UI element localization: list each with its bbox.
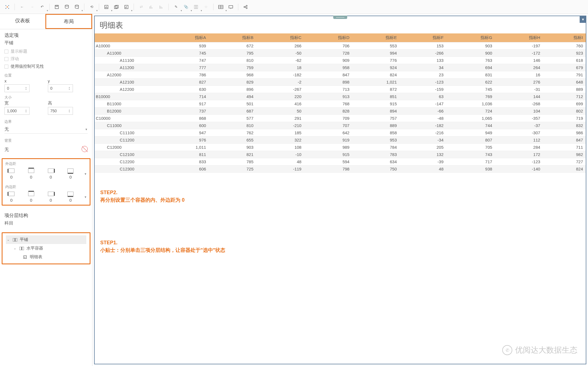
col-header[interactable]: 指标E	[352, 33, 400, 42]
w-input[interactable]: 1,000▲▼	[4, 107, 30, 115]
table-row[interactable]: C11200976655322919953-34807112847	[95, 136, 586, 144]
drag-handle[interactable]	[333, 16, 347, 19]
cell: 322	[256, 136, 304, 144]
tab-dashboard[interactable]: 仪表板	[0, 14, 45, 29]
col-header[interactable]: 指标I	[543, 33, 586, 42]
table-row[interactable]: A12200630896-267713872-159745-31889	[95, 86, 586, 93]
table-row[interactable]: A112007777591895892434694264679	[95, 64, 586, 71]
tree-item-detail[interactable]: a 明细表	[6, 253, 86, 261]
detail-sheet[interactable]: ▼ 明细表 指标A指标B指标C指标D指标E指标F指标G指标H指标I A10000…	[94, 16, 586, 364]
cell: 811	[161, 151, 209, 158]
col-header[interactable]	[95, 33, 161, 42]
cell: 630	[161, 86, 209, 93]
bg-none-icon[interactable]	[82, 146, 88, 152]
table-row[interactable]: C11000600810-210707889-182744-37832	[95, 122, 586, 129]
pin-icon[interactable]: ☆	[202, 3, 210, 11]
table-row[interactable]: B1200073768750828894-66724104802	[95, 108, 586, 115]
outer-margin-left[interactable]: 0	[5, 169, 18, 179]
inner-margin-right[interactable]: 0	[45, 192, 57, 202]
chk-visibility[interactable]: 使用值控制可见性	[4, 63, 88, 70]
outer-margin-top[interactable]: 0	[25, 169, 37, 179]
border-dropdown[interactable]: 无▼	[4, 125, 88, 134]
table-row[interactable]: A10000939672266706553153903-197760	[95, 42, 586, 50]
row-label: A11200	[95, 64, 161, 71]
table-row[interactable]: B11000917501416768915-1471,036-268699	[95, 100, 586, 108]
tree-item-hcontainer[interactable]: ⌄ 水平容器	[6, 244, 86, 253]
outer-margin-right[interactable]: 0	[45, 169, 57, 179]
inner-margin-dropdown[interactable]: ▼	[84, 196, 87, 199]
cell: -266	[400, 50, 446, 57]
duplicate-icon[interactable]	[112, 3, 121, 11]
group-icon[interactable]	[192, 3, 200, 11]
h-input[interactable]: 750▲▼	[48, 107, 73, 115]
col-header[interactable]: 指标G	[446, 33, 495, 42]
save-icon[interactable]	[52, 3, 61, 11]
new-worksheet-icon[interactable]	[102, 3, 111, 11]
tab-layout[interactable]: 布局	[45, 14, 92, 29]
outer-margin-bottom[interactable]: 0	[64, 169, 77, 179]
chk-float[interactable]: 浮动	[4, 55, 88, 63]
cell: 759	[209, 64, 256, 71]
undo-icon[interactable]: ↶	[38, 3, 46, 11]
table-row[interactable]: C12100811821-10915783132743172982	[95, 151, 586, 158]
table-row[interactable]: A12100827829-28981,021-123622276648	[95, 79, 586, 86]
share-icon[interactable]	[241, 3, 250, 11]
svg-rect-37	[13, 238, 15, 241]
svg-line-36	[245, 7, 246, 8]
forward-icon[interactable]: →	[28, 3, 36, 11]
col-header[interactable]: 指标D	[304, 33, 352, 42]
cell: 220	[256, 93, 304, 100]
show-labels-icon[interactable]	[216, 3, 225, 11]
back-icon[interactable]: ←	[18, 3, 26, 11]
cell: -48	[400, 115, 446, 122]
cell: 968	[209, 71, 256, 79]
col-header[interactable]: 指标F	[400, 33, 446, 42]
table-row[interactable]: B1000071449422091385163769144712	[95, 93, 586, 100]
outer-margin-dropdown[interactable]: ▼	[84, 172, 87, 175]
swap-icon[interactable]: ⇄	[137, 3, 146, 11]
clear-icon[interactable]	[122, 3, 131, 11]
inner-margin-bottom[interactable]: 0	[64, 192, 77, 202]
attach-icon[interactable]: 📎	[182, 3, 190, 11]
highlight-icon[interactable]: ✎	[171, 3, 180, 11]
cell: 831	[446, 71, 495, 79]
cell: 763	[446, 57, 495, 64]
inner-margin-top[interactable]: 0	[25, 192, 37, 202]
table-row[interactable]: A11100747810-62909776133763146618	[95, 57, 586, 64]
cell: 917	[161, 100, 209, 108]
cell: 600	[161, 122, 209, 129]
chk-show-title[interactable]: 显示标题	[4, 48, 88, 55]
bg-dropdown[interactable]: 无	[4, 145, 9, 154]
sheet-menu-caret[interactable]: ▼	[580, 16, 586, 23]
refresh-data-icon[interactable]: +	[72, 3, 81, 11]
y-input[interactable]: 0▲▼	[48, 84, 73, 92]
position-label: 位置	[4, 73, 88, 78]
new-datasource-icon[interactable]	[62, 3, 71, 11]
table-row[interactable]: C10000868577291709757-481,065-357719	[95, 115, 586, 122]
table-row[interactable]: C1220083378548594634-39717-123727	[95, 158, 586, 165]
col-header[interactable]: 指标A	[161, 33, 209, 42]
cell: 276	[495, 79, 543, 86]
cell: -307	[495, 129, 543, 136]
sort-asc-icon[interactable]	[147, 3, 156, 11]
table-row[interactable]: C120001,011903108989784205705284711	[95, 144, 586, 151]
cell: 284	[495, 144, 543, 151]
svg-rect-26	[196, 5, 198, 9]
auto-update-icon[interactable]: ⟲	[87, 3, 96, 11]
col-header[interactable]: 指标B	[209, 33, 256, 42]
col-header[interactable]: 指标C	[256, 33, 304, 42]
x-input[interactable]: 0▲▼	[4, 84, 30, 92]
cell: 1,065	[446, 115, 495, 122]
svg-rect-30	[229, 6, 233, 8]
tree-item-tile[interactable]: ⌄ 平铺	[6, 235, 86, 244]
col-header[interactable]: 指标H	[495, 33, 543, 42]
inner-margin-left[interactable]: 0	[5, 192, 18, 202]
row-label: B11000	[95, 100, 161, 108]
presentation-icon[interactable]	[226, 3, 235, 11]
table-row[interactable]: A12000786968-1828478242383116791	[95, 71, 586, 79]
table-row[interactable]: A11000745795-50728994-266900-172923	[95, 50, 586, 57]
sort-desc-icon[interactable]	[157, 3, 166, 11]
cell: 719	[543, 115, 586, 122]
table-row[interactable]: C12300606725-11979875048938-140824	[95, 165, 586, 173]
table-row[interactable]: C11100947762185642858-216949-307986	[95, 129, 586, 136]
